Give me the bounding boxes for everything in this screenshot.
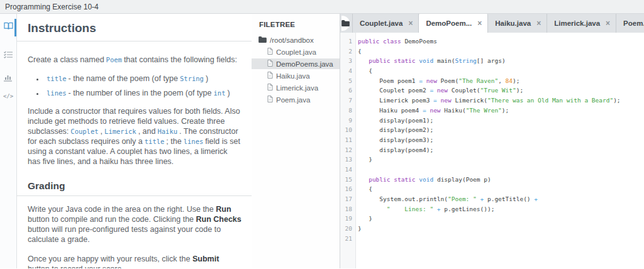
filetree-panel: FILETREE /root/sandbox Couplet.javaDemoP… (252, 14, 340, 268)
file-name: Haiku.java (276, 72, 310, 80)
line-number: 19 (340, 214, 356, 224)
code-text: display(poem3); (356, 135, 433, 145)
code-line[interactable]: 13 } (340, 155, 644, 165)
code-line[interactable]: 3 public static void main(String[] args) (340, 56, 644, 66)
code-text: public static void main(String[] args) (356, 56, 506, 66)
code-text: Poem poem1 = new Poem("The Raven", 84); (356, 76, 519, 86)
code-line[interactable]: 6 Couplet poem2 = new Couplet("True Wit"… (340, 85, 644, 96)
editor-tab[interactable]: Poem.java× (616, 14, 644, 33)
close-tab-icon[interactable]: × (477, 19, 482, 27)
code-line[interactable]: 21 (340, 234, 644, 244)
line-number: 3 (340, 56, 356, 66)
file-name: DemoPoems.java (276, 60, 333, 68)
checklist-icon (4, 51, 13, 58)
code-text: } (356, 224, 362, 234)
exercise-title-bar: Programming Exercise 10-4 (0, 0, 644, 14)
instructions-panel: Instructions Create a class namedPoemtha… (17, 14, 252, 268)
editor-tab[interactable]: DemoPoem...× (419, 14, 488, 33)
code-text: display(poem2); (356, 125, 433, 135)
details-paragraph: Include a constructor that requires valu… (28, 106, 242, 167)
code-text: " Lines: " + p.getLines()); (356, 204, 494, 214)
code-text: Limerick poem3 = new Limerick("There was… (356, 96, 621, 106)
tab-label: Couplet.java (360, 19, 402, 27)
inline-code: lines (184, 138, 204, 145)
code-line[interactable]: 5 Poem poem1 = new Poem("The Raven", 84)… (340, 76, 644, 86)
code-line[interactable]: 19 } (340, 214, 644, 224)
file-item[interactable]: DemoPoems.java (252, 58, 340, 69)
code-line[interactable]: 12 display(poem4); (340, 145, 644, 155)
bar-chart-icon (4, 74, 13, 82)
file-list-tab[interactable] (341, 16, 350, 31)
main-content: </> Instructions Create a class namedPoe… (0, 14, 644, 268)
sidebar-item-instructions[interactable] (3, 21, 13, 31)
code-line[interactable]: 14 (340, 165, 644, 175)
inline-code: title (47, 75, 67, 82)
inline-code: Couplet (70, 128, 98, 135)
intro-paragraph: Create a class namedPoemthat contains th… (28, 55, 242, 65)
inline-code: Haiku (157, 128, 177, 135)
code-text: display(poem1); (356, 116, 433, 126)
code-line[interactable]: 7 Limerick poem3 = new Limerick("There w… (340, 96, 644, 106)
tab-label: Haiku.java (495, 19, 531, 27)
code-text: { (356, 47, 362, 57)
filetree-root-folder[interactable]: /root/sandbox (252, 35, 340, 45)
line-number: 11 (340, 135, 356, 145)
code-text: public class DemoPoems (356, 36, 437, 47)
code-text: Haiku poem4 = new Haiku("The Wren"); (356, 106, 509, 116)
line-number: 17 (340, 194, 356, 204)
editor-tab[interactable]: Limerick.java× (547, 14, 616, 33)
app-window: Programming Exercise 10-4 </> (0, 0, 644, 269)
field-bullet: title- the name of the poem (of typeStri… (45, 74, 242, 84)
line-number: 5 (340, 76, 356, 86)
code-line[interactable]: 9 display(poem1); (340, 116, 644, 126)
folder-icon (258, 36, 267, 44)
code-editor[interactable]: 1public class DemoPoems2{3 public static… (340, 33, 644, 268)
folder-icon (341, 18, 350, 29)
file-item[interactable]: Haiku.java (252, 70, 340, 81)
code-line[interactable]: 15 public static void display(Poem p) (340, 175, 644, 185)
file-item[interactable]: Couplet.java (252, 47, 340, 57)
book-icon (4, 22, 13, 30)
file-item[interactable]: Limerick.java (252, 82, 340, 93)
code-text: public static void display(Poem p) (356, 175, 491, 185)
code-line[interactable]: 20} (340, 224, 644, 234)
editor-tab[interactable]: Haiku.java× (488, 14, 547, 33)
inline-code: lines (47, 89, 67, 97)
sidebar-item-code[interactable]: </> (3, 91, 13, 101)
file-icon (267, 48, 273, 56)
file-item[interactable]: Poem.java (252, 94, 340, 105)
code-line[interactable]: 2{ (340, 47, 644, 57)
grading-paragraph-1: Write your Java code in the area on the … (28, 204, 242, 244)
line-number: 13 (340, 155, 356, 165)
bold-text: Submit (192, 255, 219, 263)
code-line[interactable]: 10 display(poem2); (340, 125, 644, 135)
sidebar-item-grades[interactable] (3, 72, 13, 82)
editor-panel: Couplet.java×DemoPoem...×Haiku.java×Lime… (340, 14, 644, 268)
field-bullet: lines- the number of lines in the poem (… (45, 88, 242, 98)
editor-tab-bar: Couplet.java×DemoPoem...×Haiku.java×Lime… (340, 14, 644, 33)
inline-code: String (180, 75, 204, 82)
inline-code: Limerick (104, 128, 136, 135)
code-line[interactable]: 18 " Lines: " + p.getLines()); (340, 204, 644, 214)
code-line[interactable]: 17 System.out.println("Poem: " + p.getTi… (340, 194, 644, 204)
editor-tab[interactable]: Couplet.java× (352, 14, 419, 33)
code-text: { (356, 66, 372, 76)
code-line[interactable]: 1public class DemoPoems (340, 36, 644, 47)
code-line[interactable]: 16 { (340, 184, 644, 194)
line-number: 15 (340, 175, 356, 185)
line-number: 9 (340, 116, 356, 126)
code-line[interactable]: 11 display(poem3); (340, 135, 644, 145)
code-line[interactable]: 8 Haiku poem4 = new Haiku("The Wren"); (340, 106, 644, 116)
sidebar-item-checks[interactable] (3, 50, 13, 60)
close-tab-icon[interactable]: × (606, 19, 610, 27)
code-line[interactable]: 4 { (340, 66, 644, 76)
line-number: 14 (340, 165, 356, 175)
divider (17, 41, 252, 41)
exercise-title: Programming Exercise 10-4 (5, 3, 99, 11)
file-name: Couplet.java (276, 48, 316, 56)
code-lines: 1public class DemoPoems2{3 public static… (340, 36, 644, 243)
tab-label: DemoPoem... (426, 19, 472, 27)
close-tab-icon[interactable]: × (536, 19, 541, 27)
close-tab-icon[interactable]: × (408, 19, 413, 27)
code-text: { (356, 184, 372, 194)
